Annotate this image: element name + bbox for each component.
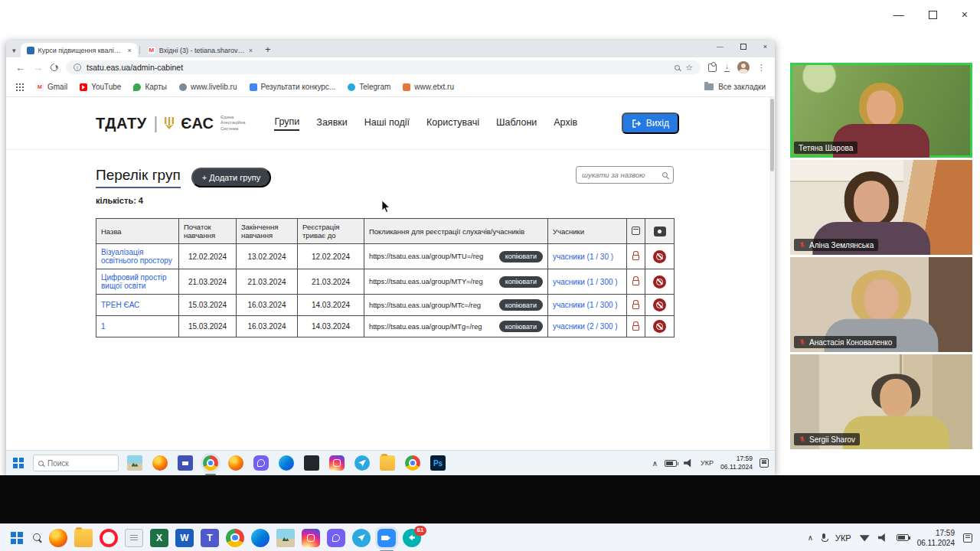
browser-close-icon[interactable]: ×	[763, 43, 767, 51]
group-name-link[interactable]: Цифровий простір вищої освіти	[101, 273, 167, 290]
delete-button[interactable]	[653, 320, 666, 333]
group-name-link[interactable]: Візуалізація освітнього простору	[101, 248, 172, 265]
photo-thumbnail-icon[interactable]	[127, 455, 142, 471]
scrollbar-thumb[interactable]	[770, 99, 774, 171]
members-link[interactable]: учасники (1 / 30 )	[553, 253, 613, 261]
taskbar-search-box[interactable]	[33, 455, 119, 471]
nav-archive[interactable]: Архів	[554, 117, 577, 130]
nav-applications[interactable]: Заявки	[316, 117, 347, 130]
excel-icon[interactable]: X	[150, 529, 168, 547]
lock-icon[interactable]	[632, 304, 639, 309]
notifications-icon[interactable]	[760, 458, 769, 468]
participant-tile[interactable]: Тетяна Шарова	[790, 63, 972, 158]
nav-groups[interactable]: Групи	[274, 116, 299, 131]
members-link[interactable]: учасники (2 / 300 )	[553, 322, 618, 331]
instagram-icon[interactable]	[329, 455, 345, 471]
participant-tile[interactable]: Sergii Sharov	[790, 354, 972, 449]
instagram-icon[interactable]	[302, 529, 320, 547]
search-input[interactable]	[582, 171, 658, 179]
viber-icon[interactable]	[253, 455, 269, 471]
site-info-icon[interactable]: i	[74, 64, 81, 71]
bookmark-etxt[interactable]: www.etxt.ru	[403, 83, 454, 91]
chrome-icon[interactable]	[226, 529, 244, 547]
maximize-icon[interactable]	[929, 11, 937, 19]
photos-icon[interactable]	[276, 529, 295, 547]
photoshop-icon[interactable]: Ps	[430, 455, 446, 471]
lock-icon[interactable]	[632, 325, 639, 331]
zoom-page-icon[interactable]	[675, 65, 680, 70]
browser-menu-icon[interactable]: ⋮	[757, 63, 766, 73]
app-icon[interactable]	[304, 455, 319, 471]
tray-chevron-icon[interactable]: ∧	[808, 533, 813, 542]
close-icon[interactable]: ×	[962, 9, 968, 20]
logout-button[interactable]: Вихід	[622, 112, 679, 134]
browser-minimize-icon[interactable]: —	[717, 43, 724, 51]
bookmark-livelib[interactable]: www.livelib.ru	[179, 83, 237, 91]
microphone-icon[interactable]	[822, 533, 827, 542]
copy-button[interactable]: копіювати	[499, 251, 543, 262]
lock-icon[interactable]	[632, 255, 639, 260]
members-link[interactable]: учасники (1 / 300 )	[553, 278, 618, 286]
profile-avatar[interactable]	[737, 61, 750, 73]
group-search[interactable]	[576, 166, 674, 184]
telegram-icon[interactable]	[354, 455, 370, 471]
save-app-icon[interactable]	[178, 455, 193, 471]
volume-icon[interactable]	[878, 533, 888, 542]
copy-button[interactable]: копіювати	[499, 276, 543, 288]
notes-app-icon[interactable]	[125, 529, 143, 547]
nav-users[interactable]: Користувачі	[426, 117, 479, 130]
group-name-link[interactable]: ТРЕН ЄАС	[101, 301, 139, 309]
copy-button[interactable]: копіювати	[499, 299, 543, 311]
teams-icon[interactable]: T	[201, 529, 219, 547]
wifi-icon[interactable]	[860, 534, 870, 542]
lock-icon[interactable]	[632, 280, 639, 285]
tab-close-icon[interactable]: ×	[249, 47, 253, 54]
nav-events[interactable]: Наші події	[364, 117, 410, 130]
language-indicator[interactable]: УКР	[701, 459, 714, 467]
new-tab-button[interactable]: +	[265, 44, 271, 55]
tab-courses[interactable]: Курси підвищення кваліфікац... ×	[21, 43, 138, 57]
viber-icon[interactable]	[327, 529, 345, 547]
chrome-icon[interactable]	[405, 455, 420, 471]
minimize-icon[interactable]: —	[893, 9, 904, 20]
browser-maximize-icon[interactable]	[740, 44, 746, 50]
participant-tile[interactable]: Аліна Землянська	[790, 160, 972, 255]
taskbar-search-input[interactable]	[47, 459, 113, 468]
back-icon[interactable]: ←	[15, 63, 25, 73]
page-scrollbar[interactable]	[769, 97, 775, 450]
clock[interactable]: 17:5906.11.2024	[720, 455, 753, 471]
members-link[interactable]: учасники (1 / 300 )	[553, 301, 618, 309]
volume-icon[interactable]	[684, 459, 694, 468]
group-name-link[interactable]: 1	[101, 322, 106, 331]
address-bar[interactable]: i tsatu.eas.ua/admin-cabinet ☆	[66, 60, 701, 74]
participant-tile[interactable]: Анастасія Коноваленко	[790, 257, 972, 352]
explorer-icon[interactable]	[380, 455, 395, 471]
tab-close-icon[interactable]: ×	[128, 47, 132, 54]
copy-button[interactable]: копіювати	[499, 321, 543, 332]
app-icon[interactable]: 61	[403, 529, 421, 547]
clock[interactable]: 17:5906.11.2024	[917, 528, 955, 548]
bookmark-telegram[interactable]: Telegram	[348, 83, 390, 91]
firefox-icon[interactable]	[152, 455, 168, 471]
nav-templates[interactable]: Шаблони	[496, 117, 537, 130]
extensions-icon[interactable]	[708, 64, 717, 72]
notifications-icon[interactable]	[963, 533, 972, 543]
delete-button[interactable]	[653, 250, 666, 263]
bookmark-maps[interactable]: Карты	[133, 83, 167, 91]
edge-icon[interactable]	[251, 529, 270, 547]
taskbar-search-icon[interactable]	[33, 533, 42, 543]
apps-grid-icon[interactable]	[15, 83, 24, 91]
reload-icon[interactable]	[49, 62, 60, 73]
firefox-icon[interactable]	[49, 529, 67, 547]
firefox-icon[interactable]	[228, 455, 243, 471]
edge-icon[interactable]	[279, 455, 294, 471]
zoom-icon[interactable]	[377, 529, 396, 547]
tray-chevron-icon[interactable]: ∧	[652, 459, 658, 468]
chrome-icon[interactable]	[203, 455, 218, 471]
telegram-icon[interactable]	[352, 529, 371, 547]
start-button[interactable]	[8, 529, 26, 547]
tab-gmail[interactable]: M Вхідні (3) - tetiana.sharova@ts... ×	[142, 43, 259, 57]
all-bookmarks-button[interactable]: Все закладки	[704, 83, 766, 91]
delete-button[interactable]	[653, 276, 666, 289]
bookmark-youtube[interactable]: YouTube	[80, 83, 121, 91]
